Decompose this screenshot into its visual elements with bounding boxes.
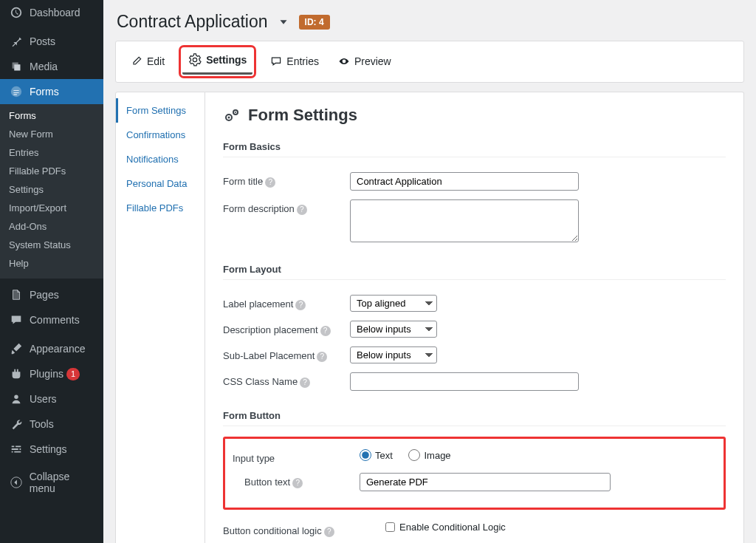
section-form-button: Form Button: [223, 410, 726, 426]
subnav-forms[interactable]: Forms: [0, 104, 103, 125]
svg-point-6: [235, 112, 236, 113]
nav-plugins[interactable]: Plugins 1: [0, 361, 103, 386]
nav-appearance[interactable]: Appearance: [0, 336, 103, 361]
subtab-personal-data[interactable]: Personal Data: [116, 171, 205, 196]
nav-comments[interactable]: Comments: [0, 307, 103, 332]
subnav-fillable-pdfs[interactable]: Fillable PDFs: [0, 162, 103, 180]
nav-forms[interactable]: Forms: [0, 79, 103, 104]
subtab-confirmations[interactable]: Confirmations: [116, 123, 205, 147]
nav-settings-label: Settings: [30, 443, 67, 455]
subnav-import-export[interactable]: Import/Export: [0, 199, 103, 217]
subnav-settings[interactable]: Settings: [0, 180, 103, 199]
nav-posts-label: Posts: [30, 35, 55, 47]
label-label-placement: Label placement?: [223, 295, 350, 310]
section-form-basics: Form Basics: [223, 141, 726, 157]
checkbox-conditional[interactable]: [385, 522, 395, 532]
page-title: Contract Application: [117, 12, 268, 32]
form-tabs: Edit Settings Entries Preview: [115, 41, 744, 83]
label-css-class: CSS Class Name?: [223, 372, 350, 388]
nav-posts[interactable]: Posts: [0, 29, 103, 54]
forms-icon: [9, 84, 24, 99]
settings-subnav: Form Settings Confirmations Notification…: [115, 92, 205, 543]
plugins-badge: 1: [66, 368, 80, 380]
nav-pages-label: Pages: [30, 289, 59, 301]
nav-dashboard[interactable]: Dashboard: [0, 0, 103, 25]
wrench-icon: [9, 417, 24, 431]
nav-settings[interactable]: Settings: [0, 437, 103, 462]
subnav-addons[interactable]: Add-Ons: [0, 217, 103, 236]
nav-users[interactable]: Users: [0, 386, 103, 411]
nav-tools[interactable]: Tools: [0, 411, 103, 437]
admin-sidebar: Dashboard Posts Media Forms Forms New Fo…: [0, 0, 103, 543]
radio-input-image[interactable]: [408, 449, 420, 461]
gears-icon: [223, 106, 241, 124]
pin-icon: [9, 34, 24, 49]
subtab-form-settings[interactable]: Form Settings: [116, 98, 205, 123]
tab-settings-label: Settings: [206, 54, 247, 66]
radio-input-text-label[interactable]: Text: [360, 449, 393, 461]
plugin-icon: [9, 366, 24, 381]
nav-pages[interactable]: Pages: [0, 282, 103, 307]
nav-users-label: Users: [30, 393, 57, 405]
input-button-text[interactable]: [360, 473, 611, 491]
input-form-description[interactable]: [350, 199, 579, 242]
checkbox-conditional-label[interactable]: Enable Conditional Logic: [385, 522, 506, 533]
tab-entries[interactable]: Entries: [269, 49, 320, 75]
sliders-icon: [9, 442, 24, 457]
tab-preview-label: Preview: [354, 55, 391, 67]
help-icon[interactable]: ?: [317, 352, 327, 362]
svg-point-1: [14, 395, 18, 399]
select-sublabel-placement[interactable]: Below inputs: [350, 346, 437, 363]
nav-tools-label: Tools: [30, 418, 54, 430]
radio-input-image-label[interactable]: Image: [408, 449, 450, 461]
input-css-class[interactable]: [350, 372, 579, 391]
edit-icon: [131, 55, 142, 67]
gear-icon: [188, 53, 202, 66]
nav-comments-label: Comments: [30, 314, 80, 326]
chat-icon: [270, 55, 282, 67]
dashboard-icon: [9, 5, 24, 20]
select-label-placement[interactable]: Top aligned: [350, 295, 437, 312]
svg-point-4: [228, 117, 230, 119]
comments-icon: [9, 313, 24, 327]
highlight-form-button: Input type Text Image Button text?: [223, 437, 726, 510]
tab-settings[interactable]: Settings: [182, 49, 252, 75]
help-icon[interactable]: ?: [297, 205, 307, 215]
form-switcher[interactable]: [277, 16, 290, 29]
help-icon[interactable]: ?: [320, 326, 331, 336]
radio-input-text[interactable]: [360, 449, 371, 461]
section-form-layout: Form Layout: [223, 264, 726, 280]
tab-preview[interactable]: Preview: [337, 49, 393, 75]
nav-forms-submenu: Forms New Form Entries Fillable PDFs Set…: [0, 104, 103, 279]
nav-media[interactable]: Media: [0, 54, 103, 79]
subnav-new-form[interactable]: New Form: [0, 125, 103, 143]
label-form-description: Form description?: [223, 199, 350, 215]
eye-icon: [338, 55, 350, 67]
help-icon[interactable]: ?: [292, 478, 303, 488]
tab-edit[interactable]: Edit: [129, 49, 166, 75]
nav-collapse[interactable]: Collapse menu: [0, 465, 103, 499]
select-description-placement[interactable]: Below inputs: [350, 321, 437, 338]
subtab-notifications[interactable]: Notifications: [116, 147, 205, 171]
subtab-fillable-pdfs[interactable]: Fillable PDFs: [116, 196, 205, 220]
tab-entries-label: Entries: [286, 55, 319, 67]
label-input-type: Input type: [233, 449, 360, 464]
help-icon[interactable]: ?: [324, 527, 334, 537]
settings-panel: Form Settings Form Basics Form title? Fo…: [205, 92, 744, 543]
help-icon[interactable]: ?: [295, 300, 306, 310]
nav-plugins-label: Plugins: [30, 368, 63, 380]
nav-forms-label: Forms: [30, 86, 59, 98]
help-icon[interactable]: ?: [265, 177, 275, 188]
input-form-title[interactable]: [350, 172, 579, 191]
subnav-entries[interactable]: Entries: [0, 143, 103, 162]
subnav-system-status[interactable]: System Status: [0, 236, 103, 254]
label-sublabel-placement: Sub-Label Placement?: [223, 346, 350, 362]
label-description-placement: Description placement?: [223, 321, 350, 336]
label-button-text: Button text?: [233, 473, 360, 488]
help-icon[interactable]: ?: [300, 378, 310, 388]
label-button-conditional: Button conditional logic?: [223, 522, 385, 537]
panel-heading: Form Settings: [223, 106, 726, 125]
subnav-help[interactable]: Help: [0, 254, 103, 273]
form-id-badge: ID: 4: [299, 15, 330, 30]
nav-media-label: Media: [30, 61, 58, 72]
